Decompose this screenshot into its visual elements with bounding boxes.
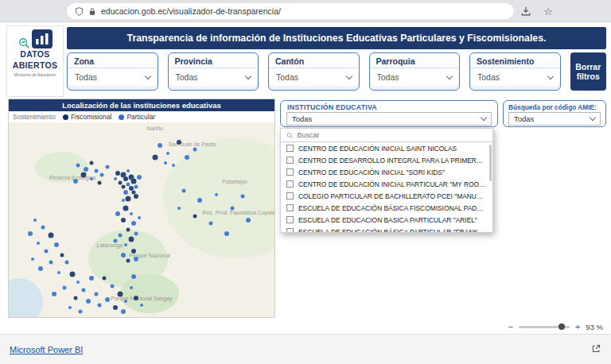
map-dot-particular[interactable]: [240, 195, 244, 199]
map-dot-fiscomisional[interactable]: [121, 218, 126, 223]
map-dot-fiscomisional[interactable]: [123, 205, 128, 211]
map-dot-fiscomisional[interactable]: [123, 176, 128, 181]
zoom-in-button[interactable]: +: [575, 322, 580, 331]
lock-icon[interactable]: [88, 7, 96, 16]
map-dot-fiscomisional[interactable]: [113, 305, 118, 310]
map-dot-fiscomisional[interactable]: [103, 277, 107, 281]
map-dot-fiscomisional[interactable]: [89, 161, 93, 165]
map-dot-particular[interactable]: [115, 211, 120, 216]
institution-option[interactable]: ESCUELA DE EDUCACION BASICA PARTICULAR "…: [281, 214, 492, 226]
map-dot-particular[interactable]: [131, 274, 136, 279]
map-dot-fiscomisional[interactable]: [80, 172, 86, 178]
map-dot-particular[interactable]: [166, 152, 169, 155]
map-dot-particular[interactable]: [114, 177, 117, 180]
powerbi-link[interactable]: Microsoft Power BI: [10, 345, 83, 354]
map-dot-particular[interactable]: [121, 309, 126, 314]
filter-dropdown[interactable]: Todas: [68, 68, 157, 86]
map-dot-particular[interactable]: [197, 198, 202, 203]
map-dot-fiscomisional[interactable]: [130, 178, 136, 184]
map-dot-particular[interactable]: [33, 219, 37, 222]
map-dot-fiscomisional[interactable]: [128, 237, 134, 242]
map-dot-particular[interactable]: [164, 161, 167, 165]
filter-dropdown[interactable]: Todas: [270, 68, 358, 86]
institution-option[interactable]: ESCUELA DE EDUCACIÓN BÁSICA FISCOMISIONA…: [281, 202, 492, 214]
option-checkbox[interactable]: [286, 145, 294, 152]
map-dot-particular[interactable]: [119, 234, 123, 238]
option-checkbox[interactable]: [286, 204, 294, 211]
map-dot-particular[interactable]: [113, 239, 117, 243]
map-dot-fiscomisional[interactable]: [126, 227, 130, 231]
map-dot-particular[interactable]: [105, 297, 110, 302]
save-page-icon[interactable]: [519, 4, 533, 18]
option-checkbox[interactable]: [286, 168, 294, 176]
dropdown-scrollbar[interactable]: [489, 145, 492, 181]
map-dot-particular[interactable]: [90, 177, 93, 180]
map-dot-particular[interactable]: [111, 284, 115, 288]
map-dot-particular[interactable]: [38, 266, 43, 271]
map-dot-particular[interactable]: [130, 286, 133, 289]
map-dot-particular[interactable]: [49, 261, 53, 265]
map-dot-fiscomisional[interactable]: [121, 184, 125, 188]
institution-search[interactable]: [281, 129, 492, 142]
map-dot-particular[interactable]: [86, 299, 91, 304]
map-dot-particular[interactable]: [246, 218, 251, 223]
map-dot-particular[interactable]: [123, 190, 128, 195]
map-dot-particular[interactable]: [126, 169, 130, 172]
map-dot-particular[interactable]: [134, 184, 138, 188]
option-checkbox[interactable]: [286, 228, 294, 233]
institution-option[interactable]: CENTRO DE EDUCACIÓN INICIAL "SORI KIDS": [281, 166, 492, 178]
map-dot-particular[interactable]: [76, 281, 80, 284]
map-dot-particular[interactable]: [208, 222, 212, 226]
map-dot-particular[interactable]: [140, 304, 143, 307]
map-dot-particular[interactable]: [215, 193, 218, 196]
institution-option[interactable]: COLEGIO PARTICULAR DE BACHILLERATO PCEI …: [281, 190, 492, 202]
map-dot-fiscomisional[interactable]: [118, 291, 123, 296]
map-dot-fiscomisional[interactable]: [134, 296, 138, 300]
map-dot-particular[interactable]: [122, 199, 125, 202]
map-dot-particular[interactable]: [105, 165, 109, 169]
map-dot-particular[interactable]: [134, 231, 138, 235]
map-dot-particular[interactable]: [65, 261, 69, 265]
institution-option[interactable]: CENTRO DE DESARROLLO INTEGRAL PARA LA PR…: [281, 154, 492, 166]
map-dot-particular[interactable]: [57, 271, 60, 274]
institution-select[interactable]: Todas: [286, 112, 492, 126]
map-dot-particular[interactable]: [131, 221, 136, 226]
map-dot-particular[interactable]: [89, 276, 94, 281]
map-dot-fiscomisional[interactable]: [60, 253, 64, 257]
zoom-slider[interactable]: [519, 326, 570, 328]
map-dot-particular[interactable]: [63, 286, 67, 290]
map-dot-particular[interactable]: [28, 231, 33, 236]
map-dot-particular[interactable]: [95, 169, 99, 173]
map-dot-particular[interactable]: [193, 148, 197, 152]
map-dot-particular[interactable]: [121, 253, 126, 258]
map-dot-particular[interactable]: [130, 212, 133, 215]
map-dot-fiscomisional[interactable]: [177, 140, 181, 145]
map-dot-particular[interactable]: [79, 309, 83, 313]
map-dot-particular[interactable]: [84, 167, 88, 172]
map-dot-fiscomisional[interactable]: [70, 272, 76, 277]
map-dot-particular[interactable]: [185, 155, 189, 160]
map-dot-particular[interactable]: [31, 258, 34, 261]
map-dot-particular[interactable]: [172, 164, 175, 167]
map-dot-fiscomisional[interactable]: [49, 233, 54, 238]
clear-filters-button[interactable]: Borrar filtros: [570, 52, 606, 91]
institution-option[interactable]: CENTRO DE EDUCACIÓN INICIAL PARTICULAR "…: [281, 178, 492, 190]
map-dot-particular[interactable]: [41, 226, 45, 230]
institution-search-input[interactable]: [298, 131, 487, 139]
map-dot-fiscomisional[interactable]: [134, 194, 138, 199]
map-dot-particular[interactable]: [137, 175, 142, 180]
option-checkbox[interactable]: [286, 157, 294, 164]
map-dot-fiscomisional[interactable]: [73, 296, 77, 300]
share-icon[interactable]: [591, 343, 601, 357]
map-dot-fiscomisional[interactable]: [193, 214, 197, 218]
map-dot-particular[interactable]: [124, 300, 127, 303]
map-dot-particular[interactable]: [76, 163, 80, 167]
institution-option[interactable]: ESCUELA DE EDUCACIÓN BÁSICA PARTICULAR "…: [281, 226, 492, 233]
map-dot-particular[interactable]: [230, 206, 234, 210]
map-dot-particular[interactable]: [52, 292, 56, 296]
map-dot-particular[interactable]: [177, 207, 181, 210]
map-dot-fiscomisional[interactable]: [131, 249, 136, 254]
map-dot-fiscomisional[interactable]: [126, 258, 130, 262]
map-dot-fiscomisional[interactable]: [115, 171, 120, 176]
map-dot-particular[interactable]: [95, 292, 99, 296]
